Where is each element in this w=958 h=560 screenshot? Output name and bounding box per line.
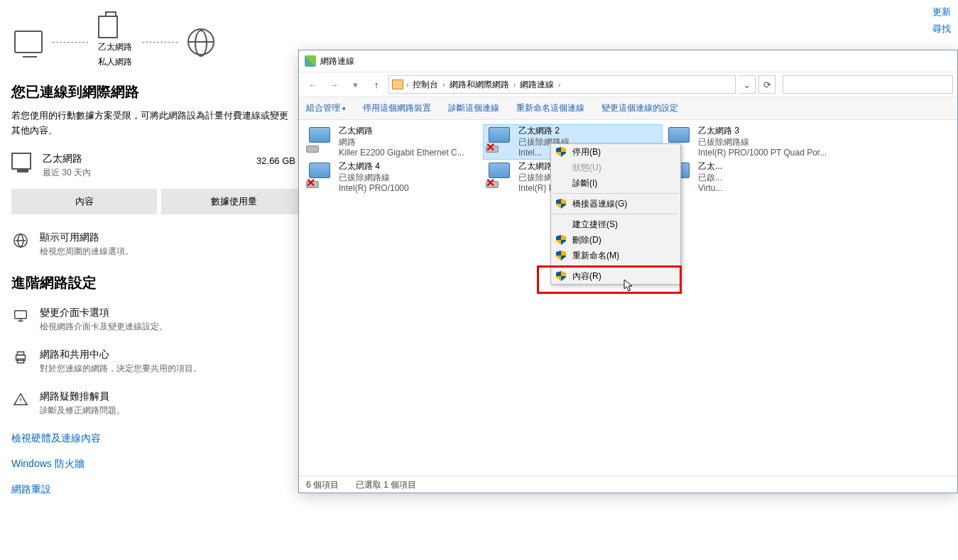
- address-dropdown[interactable]: ⌄: [739, 75, 756, 94]
- separator: [553, 265, 679, 266]
- titlebar[interactable]: 網路連線: [299, 50, 957, 72]
- cm-disable[interactable]: 停用(B): [551, 144, 680, 160]
- update-link[interactable]: 更新: [932, 6, 951, 18]
- connection-device: Killer E2200 Gigabit Ethernet C...: [339, 148, 464, 159]
- ethernet-icon: [11, 153, 31, 170]
- shield-icon: [556, 271, 566, 281]
- warning-icon: [11, 390, 30, 409]
- ethernet-name: 乙太網路: [43, 153, 91, 165]
- connection-name: 乙太...: [698, 161, 722, 172]
- connection-item[interactable]: 乙太...已啟...Virtu...: [663, 160, 842, 195]
- shield-icon: [556, 199, 566, 209]
- cm-shortcut[interactable]: 建立捷徑(S): [551, 216, 680, 232]
- change-settings-button[interactable]: 變更這個連線的設定: [602, 102, 678, 114]
- sharing-title: 網路和共用中心: [40, 348, 202, 361]
- connection-name: 乙太網路 3: [698, 126, 827, 137]
- wifi-icon: [11, 231, 30, 250]
- status-subtext: 若您使用的行動數據方案受限，可將此網路設為計量付費連線或變更其他內容。: [11, 109, 295, 138]
- cm-rename[interactable]: 重新命名(M): [551, 248, 680, 263]
- rename-connection-button[interactable]: 重新命名這個連線: [516, 102, 584, 114]
- pc-icon: [14, 31, 43, 53]
- connection-device: Virtu...: [698, 183, 722, 194]
- globe-icon: [187, 28, 214, 55]
- monitor-icon: [11, 307, 30, 325]
- find-link[interactable]: 尋找: [932, 23, 951, 35]
- ethernet-sub: 最近 30 天內: [43, 167, 91, 179]
- properties-button[interactable]: 內容: [11, 189, 157, 214]
- svg-rect-4: [17, 358, 23, 363]
- folder-icon: [392, 79, 403, 89]
- cm-diagnose[interactable]: 診斷(I): [551, 175, 680, 191]
- search-input[interactable]: [783, 75, 953, 94]
- router-icon: [98, 16, 118, 38]
- address-bar[interactable]: › 控制台 › 網路和網際網路 › 網路連線 ›: [388, 75, 736, 94]
- connection-status: 已拔除網路線: [339, 172, 409, 184]
- connection-status: 網路: [339, 137, 464, 148]
- chevron-right-icon[interactable]: ›: [558, 81, 560, 89]
- diagnose-connection-button[interactable]: 診斷這個連線: [448, 102, 499, 114]
- connection-item[interactable]: ✕乙太網路 4已拔除網路線Intel(R) PRO/1000: [303, 160, 483, 195]
- printer-icon: [11, 348, 30, 367]
- show-available-sub: 檢視您周圍的連線選項。: [40, 246, 134, 258]
- cm-bridge[interactable]: 橋接器連線(G): [551, 196, 680, 212]
- nav-recent-button[interactable]: ▾: [346, 75, 364, 94]
- svg-rect-3: [17, 351, 23, 355]
- connection-name: 乙太網路 2: [518, 126, 570, 137]
- disconnected-icon: ✕: [306, 176, 315, 190]
- context-menu: 停用(B) 狀態(U) 診斷(I) 橋接器連線(G) 建立捷徑(S) 刪除(D)…: [550, 143, 681, 285]
- connection-status: 已啟...: [698, 172, 722, 184]
- trouble-sub: 診斷及修正網路問題。: [40, 405, 125, 417]
- status-selected-count: 已選取 1 個項目: [356, 479, 416, 490]
- refresh-button[interactable]: ⟳: [758, 75, 775, 94]
- adapter-icon: ✕: [484, 126, 514, 155]
- separator: [553, 214, 679, 214]
- ethernet-rate: 32.66 GB: [256, 153, 295, 166]
- router-label-1: 乙太網路: [98, 41, 132, 53]
- data-usage-button[interactable]: 數據使用量: [161, 189, 307, 214]
- nav-up-button[interactable]: ↑: [367, 75, 386, 94]
- adapter-icon: [305, 126, 334, 155]
- router-label-2: 私人網路: [98, 56, 132, 68]
- connection-device: Intel(R) PRO/1000: [339, 183, 409, 194]
- adapter-sub: 檢視網路介面卡及變更連線設定。: [40, 321, 168, 333]
- shield-icon: [556, 147, 566, 157]
- connection-status: 已拔除網路線: [698, 137, 827, 148]
- window-icon: [305, 55, 316, 67]
- svg-rect-1: [15, 310, 27, 318]
- disable-device-button[interactable]: 停用這個網路裝置: [363, 102, 431, 114]
- sharing-sub: 對於您連線的網路，決定您要共用的項目。: [40, 363, 202, 375]
- adapter-title: 變更介面卡選項: [40, 307, 168, 319]
- organize-menu[interactable]: 組合管理: [306, 102, 346, 114]
- cm-delete[interactable]: 刪除(D): [551, 232, 680, 248]
- connection-item[interactable]: ✕乙太網路 3已拔除網路線Intel(R) PRO/1000 PT Quad P…: [663, 124, 842, 160]
- adapter-icon: ✕: [305, 161, 334, 191]
- status-item-count: 6 個項目: [306, 479, 339, 490]
- breadcrumb-control-panel[interactable]: 控制台: [408, 79, 442, 91]
- adapter-icon: ✕: [484, 161, 514, 191]
- breadcrumb-network-connections[interactable]: 網路連線: [516, 79, 558, 91]
- connection-name: 乙太網路 4: [339, 161, 409, 172]
- window-title: 網路連線: [320, 55, 354, 67]
- disconnected-icon: ✕: [486, 141, 495, 154]
- shield-icon: [556, 251, 566, 260]
- cm-status: 狀態(U): [551, 160, 680, 175]
- connection-name: 乙太網路: [339, 126, 464, 137]
- connection-item[interactable]: 乙太網路網路Killer E2200 Gigabit Ethernet C...: [303, 124, 483, 160]
- connection-device: Intel(R) PRO/1000 PT Quad Por...: [698, 148, 827, 159]
- cm-properties[interactable]: 內容(R): [551, 268, 680, 284]
- nav-forward-button[interactable]: →: [325, 75, 343, 94]
- trouble-title: 網路疑難排解員: [40, 390, 125, 403]
- show-available-title: 顯示可用網路: [40, 231, 134, 244]
- nav-back-button[interactable]: ←: [303, 75, 322, 94]
- shield-icon: [556, 235, 566, 245]
- breadcrumb-network-internet[interactable]: 網路和網際網路: [445, 79, 513, 91]
- separator: [553, 193, 679, 194]
- disconnected-icon: ✕: [486, 176, 495, 190]
